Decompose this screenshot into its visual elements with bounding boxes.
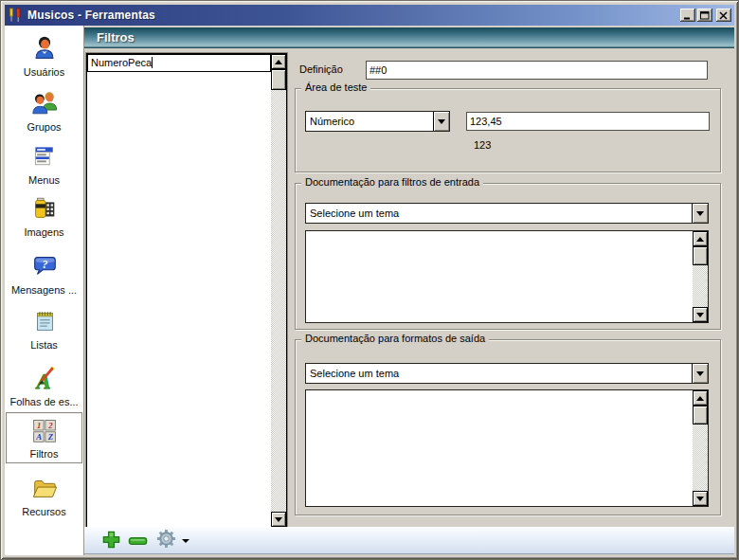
sidebar-item-menus[interactable]: Menus xyxy=(7,139,81,190)
scroll-thumb[interactable] xyxy=(271,69,286,90)
sidebar-item-folhas-de-estilo[interactable]: A Folhas de es... xyxy=(7,361,81,412)
minus-icon xyxy=(128,533,148,550)
filter-type-value: Númerico xyxy=(310,112,354,131)
dropdown-caret-icon xyxy=(182,539,189,543)
arrow-up-icon xyxy=(275,60,282,64)
scroll-up-button[interactable] xyxy=(693,390,708,406)
sidebar-item-listas[interactable]: Listas xyxy=(7,304,81,355)
output-docs-topic-select[interactable]: Selecione um tema xyxy=(305,363,709,384)
output-docs-group: Documentação para formatos de saída Sele… xyxy=(295,339,721,515)
window-title: Musicos - Ferramentas xyxy=(27,9,155,22)
output-docs-topic-value: Selecione um tema xyxy=(310,364,399,383)
test-area-title: Área de teste xyxy=(301,81,370,93)
filter-name-edit-field[interactable]: NumeroPeca xyxy=(87,54,271,72)
input-docs-topic-value: Selecione um tema xyxy=(310,204,399,223)
filter-list[interactable]: NumeroPeca xyxy=(86,53,287,528)
scroll-down-button[interactable] xyxy=(693,307,708,322)
sidebar-item-recursos[interactable]: Recursos xyxy=(7,471,81,522)
arrow-down-icon xyxy=(696,211,704,216)
test-value-input[interactable] xyxy=(466,112,710,131)
output-docs-scrollbar[interactable] xyxy=(693,390,708,506)
filter-keys-icon: 1 2 A Z xyxy=(7,413,81,447)
input-docs-topic-select[interactable]: Selecione um tema xyxy=(305,203,709,224)
chevron-down-icon[interactable] xyxy=(433,112,449,131)
input-docs-title: Documentação para filtros de entrada xyxy=(301,176,483,188)
window-controls xyxy=(678,9,731,22)
filter-name-text: NumeroPeca xyxy=(91,57,152,68)
definition-input[interactable] xyxy=(366,61,708,80)
sidebar-item-mensagens[interactable]: ? Mensagens ... xyxy=(7,249,81,300)
window-body: Usuários Grupos xyxy=(5,26,734,555)
stylesheet-brush-icon: A xyxy=(7,361,81,395)
app-tools-icon xyxy=(8,8,23,23)
sidebar-item-grupos[interactable]: Grupos xyxy=(7,86,81,137)
notepad-icon xyxy=(7,304,81,338)
film-roll-icon xyxy=(7,191,81,226)
scroll-thumb[interactable] xyxy=(693,406,708,425)
gear-icon xyxy=(155,528,177,553)
menu-window-icon xyxy=(7,139,81,173)
app-window: Musicos - Ferramentas xyxy=(0,0,739,560)
input-docs-group: Documentação para filtros de entrada Sel… xyxy=(295,183,721,330)
scroll-up-button[interactable] xyxy=(693,231,708,246)
output-docs-textarea[interactable] xyxy=(305,389,709,507)
svg-text:1: 1 xyxy=(36,421,40,430)
group-icon xyxy=(7,86,81,120)
arrow-down-icon xyxy=(275,517,282,522)
arrow-down-icon xyxy=(696,371,704,376)
page-title-text: Filtros xyxy=(97,30,135,45)
test-result-value: 123 xyxy=(474,139,491,151)
user-icon xyxy=(7,31,81,65)
svg-text:Z: Z xyxy=(46,432,53,442)
chevron-down-icon[interactable] xyxy=(692,204,708,223)
folder-icon xyxy=(7,471,81,505)
svg-text:2: 2 xyxy=(47,421,53,430)
arrow-down-icon xyxy=(696,497,704,501)
input-docs-scrollbar[interactable] xyxy=(693,231,708,322)
input-docs-textarea[interactable] xyxy=(305,230,709,323)
output-docs-title: Documentação para formatos de saída xyxy=(301,333,489,344)
sidebar-item-usuarios[interactable]: Usuários xyxy=(7,31,81,82)
scroll-down-button[interactable] xyxy=(693,491,708,506)
svg-text:A: A xyxy=(35,432,42,442)
scroll-thumb[interactable] xyxy=(693,246,708,265)
plus-icon xyxy=(101,530,121,553)
sidebar: Usuários Grupos xyxy=(5,26,84,555)
minimize-button[interactable] xyxy=(680,9,695,22)
text-cursor xyxy=(152,57,153,68)
chevron-down-icon[interactable] xyxy=(692,364,708,383)
add-filter-button[interactable] xyxy=(100,531,121,551)
svg-text:?: ? xyxy=(42,258,47,271)
list-toolbar xyxy=(84,527,734,554)
arrow-down-icon xyxy=(438,119,445,124)
sidebar-item-filtros[interactable]: 1 2 A Z Filtros xyxy=(6,412,82,463)
test-area-group: Área de teste Númerico 123 xyxy=(295,88,721,172)
scroll-down-button[interactable] xyxy=(271,512,286,527)
definition-label: Definição xyxy=(299,63,343,75)
maximize-button[interactable] xyxy=(697,9,712,22)
arrow-up-icon xyxy=(696,396,704,401)
scroll-up-button[interactable] xyxy=(271,54,286,69)
remove-filter-button[interactable] xyxy=(127,531,148,551)
arrow-down-icon xyxy=(696,313,704,317)
page-title: Filtros xyxy=(84,27,734,48)
sidebar-item-imagens[interactable]: Imagens xyxy=(7,191,81,243)
settings-button[interactable] xyxy=(154,529,190,552)
arrow-up-icon xyxy=(696,237,704,242)
close-button[interactable] xyxy=(716,9,731,22)
filter-type-select[interactable]: Númerico xyxy=(305,111,450,132)
titlebar: Musicos - Ferramentas xyxy=(5,5,734,26)
filter-list-scrollbar[interactable] xyxy=(271,54,286,527)
message-bubble-icon: ? xyxy=(7,249,81,283)
